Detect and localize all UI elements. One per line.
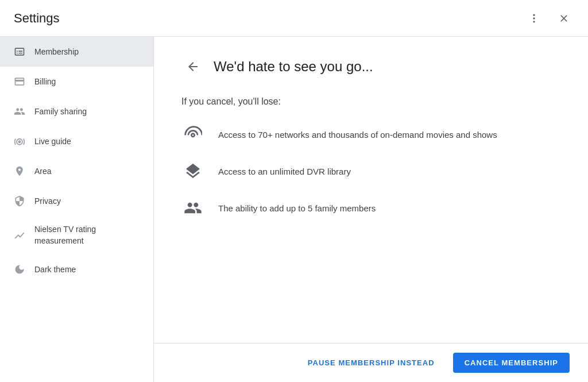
- close-icon: [558, 13, 570, 24]
- sidebar-label-privacy: Privacy: [34, 196, 61, 206]
- lose-item-family-text: The ability to add up to 5 family member…: [218, 203, 376, 213]
- sidebar-label-dark-theme: Dark theme: [34, 265, 76, 274]
- title-bar-actions: [524, 8, 574, 29]
- content-body: We'd hate to see you go... If you cancel…: [154, 37, 588, 343]
- id-card-icon: [14, 46, 25, 57]
- sidebar-label-live-guide: Live guide: [34, 137, 71, 146]
- family-members-icon: [181, 196, 204, 219]
- sidebar-label-nielsen: Nielsen TV rating measurement: [34, 224, 140, 246]
- shield-icon: [14, 195, 25, 207]
- close-button[interactable]: [554, 8, 574, 29]
- chart-icon: [14, 230, 25, 241]
- credit-card-icon: [14, 76, 25, 87]
- svg-point-0: [533, 14, 535, 16]
- sidebar-item-live-guide[interactable]: Live guide: [0, 126, 153, 156]
- lose-items-list: Access to 70+ networks and thousands of …: [181, 123, 560, 219]
- sidebar-item-family-sharing[interactable]: Family sharing: [0, 97, 153, 126]
- moon-icon: [14, 264, 25, 275]
- pause-membership-button[interactable]: PAUSE MEMBERSHIP INSTEAD: [299, 353, 444, 373]
- more-vert-button[interactable]: [524, 8, 544, 29]
- app-window: Settings: [0, 0, 588, 382]
- lose-item-networks: Access to 70+ networks and thousands of …: [181, 123, 560, 146]
- sidebar-label-area: Area: [34, 167, 52, 176]
- page-header: We'd hate to see you go...: [181, 55, 560, 78]
- sidebar-item-billing[interactable]: Billing: [0, 67, 153, 97]
- sidebar-item-dark-theme[interactable]: Dark theme: [0, 254, 153, 284]
- lose-item-networks-text: Access to 70+ networks and thousands of …: [218, 130, 497, 140]
- lose-item-dvr-text: Access to an unlimited DVR library: [218, 167, 351, 176]
- sidebar-label-membership: Membership: [34, 47, 79, 56]
- lose-label: If you cancel, you'll lose:: [181, 97, 560, 107]
- sidebar-item-nielsen[interactable]: Nielsen TV rating measurement: [0, 216, 153, 254]
- sidebar-item-privacy[interactable]: Privacy: [0, 186, 153, 216]
- broadcast-icon: [181, 123, 204, 146]
- sidebar-item-area[interactable]: Area: [0, 156, 153, 186]
- lose-item-family: The ability to add up to 5 family member…: [181, 196, 560, 219]
- people-icon: [14, 106, 25, 117]
- more-vert-icon: [528, 13, 540, 24]
- main-content: Membership Billing Family sharing: [0, 37, 588, 382]
- title-bar: Settings: [0, 0, 588, 37]
- sidebar-label-billing: Billing: [34, 77, 56, 86]
- layers-icon: [181, 160, 204, 183]
- page-title: We'd hate to see you go...: [214, 59, 373, 75]
- sidebar-item-membership[interactable]: Membership: [0, 37, 153, 67]
- sidebar: Membership Billing Family sharing: [0, 37, 154, 382]
- back-button[interactable]: [181, 55, 204, 78]
- sidebar-label-family-sharing: Family sharing: [34, 107, 87, 116]
- back-arrow-icon: [186, 60, 200, 74]
- app-title: Settings: [14, 11, 60, 26]
- lose-item-dvr: Access to an unlimited DVR library: [181, 160, 560, 183]
- content-area: We'd hate to see you go... If you cancel…: [154, 37, 588, 382]
- location-icon: [14, 165, 25, 177]
- live-tv-icon: [14, 136, 25, 147]
- cancel-membership-button[interactable]: CANCEL MEMBERSHIP: [453, 353, 570, 373]
- svg-point-1: [533, 17, 535, 19]
- content-footer: PAUSE MEMBERSHIP INSTEAD CANCEL MEMBERSH…: [154, 343, 588, 382]
- svg-point-2: [533, 21, 535, 22]
